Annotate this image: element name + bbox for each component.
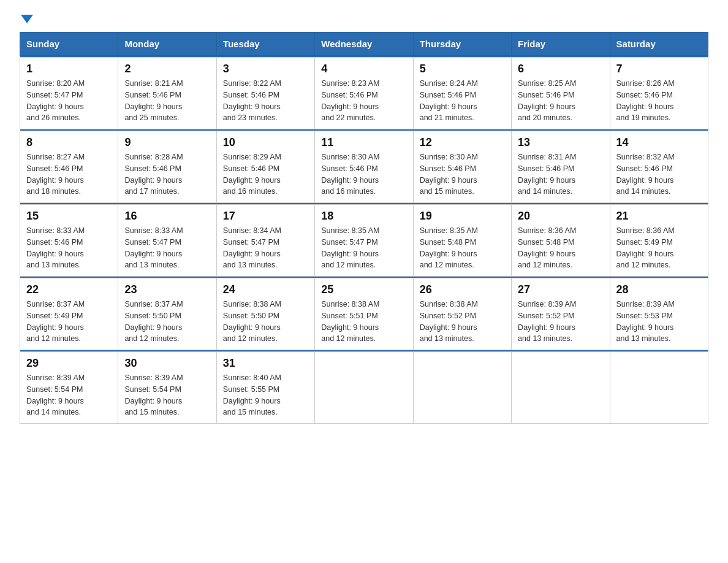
- weekday-header-saturday: Saturday: [610, 33, 708, 56]
- day-info: Sunrise: 8:36 AMSunset: 5:49 PMDaylight:…: [616, 226, 675, 269]
- calendar-cell: [413, 352, 511, 424]
- logo-text: [20, 15, 34, 23]
- calendar-cell: 9 Sunrise: 8:28 AMSunset: 5:46 PMDayligh…: [118, 131, 216, 203]
- day-number: 11: [321, 136, 406, 149]
- day-info: Sunrise: 8:30 AMSunset: 5:46 PMDaylight:…: [321, 153, 379, 196]
- calendar-cell: 3 Sunrise: 8:22 AMSunset: 5:46 PMDayligh…: [216, 58, 314, 129]
- day-info: Sunrise: 8:38 AMSunset: 5:50 PMDaylight:…: [223, 300, 281, 343]
- calendar-cell: 19 Sunrise: 8:35 AMSunset: 5:48 PMDaylig…: [413, 205, 511, 277]
- calendar-cell: 15 Sunrise: 8:33 AMSunset: 5:46 PMDaylig…: [20, 205, 118, 277]
- day-info: Sunrise: 8:24 AMSunset: 5:46 PMDaylight:…: [420, 79, 478, 122]
- calendar-cell: 24 Sunrise: 8:38 AMSunset: 5:50 PMDaylig…: [216, 278, 314, 350]
- day-number: 26: [420, 283, 505, 296]
- weekday-header-monday: Monday: [118, 33, 216, 56]
- day-info: Sunrise: 8:23 AMSunset: 5:46 PMDaylight:…: [321, 79, 379, 122]
- day-number: 27: [518, 283, 603, 296]
- day-info: Sunrise: 8:20 AMSunset: 5:47 PMDaylight:…: [26, 79, 85, 122]
- calendar-cell: [512, 352, 610, 424]
- calendar-cell: 17 Sunrise: 8:34 AMSunset: 5:47 PMDaylig…: [216, 205, 314, 277]
- calendar-cell: 8 Sunrise: 8:27 AMSunset: 5:46 PMDayligh…: [20, 131, 118, 203]
- calendar-week-row-1: 1 Sunrise: 8:20 AMSunset: 5:47 PMDayligh…: [20, 58, 708, 129]
- weekday-header-wednesday: Wednesday: [315, 33, 413, 56]
- day-number: 12: [420, 136, 505, 149]
- day-number: 25: [321, 283, 406, 296]
- day-info: Sunrise: 8:35 AMSunset: 5:48 PMDaylight:…: [420, 226, 478, 269]
- calendar-cell: 23 Sunrise: 8:37 AMSunset: 5:50 PMDaylig…: [118, 278, 216, 350]
- day-info: Sunrise: 8:39 AMSunset: 5:54 PMDaylight:…: [26, 373, 85, 416]
- day-info: Sunrise: 8:30 AMSunset: 5:46 PMDaylight:…: [420, 153, 478, 196]
- calendar-cell: 12 Sunrise: 8:30 AMSunset: 5:46 PMDaylig…: [413, 131, 511, 203]
- day-number: 19: [420, 210, 505, 223]
- calendar-cell: 5 Sunrise: 8:24 AMSunset: 5:46 PMDayligh…: [413, 58, 511, 129]
- day-number: 20: [518, 210, 603, 223]
- calendar-cell: 28 Sunrise: 8:39 AMSunset: 5:53 PMDaylig…: [610, 278, 708, 350]
- weekday-header-sunday: Sunday: [20, 33, 118, 56]
- day-number: 13: [518, 136, 603, 149]
- logo: [20, 15, 34, 22]
- day-number: 10: [223, 136, 308, 149]
- day-number: 22: [26, 283, 112, 296]
- day-info: Sunrise: 8:27 AMSunset: 5:46 PMDaylight:…: [26, 153, 85, 196]
- day-number: 9: [124, 136, 210, 149]
- day-number: 21: [616, 210, 702, 223]
- day-number: 24: [223, 283, 308, 296]
- day-number: 5: [420, 63, 505, 75]
- calendar-cell: 2 Sunrise: 8:21 AMSunset: 5:46 PMDayligh…: [118, 58, 216, 129]
- day-info: Sunrise: 8:39 AMSunset: 5:52 PMDaylight:…: [518, 300, 576, 343]
- day-number: 6: [518, 63, 603, 75]
- day-number: 16: [124, 210, 210, 223]
- calendar-cell: 26 Sunrise: 8:38 AMSunset: 5:52 PMDaylig…: [413, 278, 511, 350]
- day-info: Sunrise: 8:37 AMSunset: 5:50 PMDaylight:…: [124, 300, 183, 343]
- day-info: Sunrise: 8:21 AMSunset: 5:46 PMDaylight:…: [124, 79, 183, 122]
- day-number: 15: [26, 210, 112, 223]
- calendar-cell: [315, 352, 413, 424]
- calendar-cell: 25 Sunrise: 8:38 AMSunset: 5:51 PMDaylig…: [315, 278, 413, 350]
- weekday-header-thursday: Thursday: [413, 33, 511, 56]
- calendar-cell: 16 Sunrise: 8:33 AMSunset: 5:47 PMDaylig…: [118, 205, 216, 277]
- calendar-cell: 4 Sunrise: 8:23 AMSunset: 5:46 PMDayligh…: [315, 58, 413, 129]
- day-number: 29: [26, 357, 112, 370]
- calendar-cell: 1 Sunrise: 8:20 AMSunset: 5:47 PMDayligh…: [20, 58, 118, 129]
- logo-arrow-icon: [21, 15, 33, 23]
- day-number: 3: [223, 63, 308, 75]
- day-info: Sunrise: 8:31 AMSunset: 5:46 PMDaylight:…: [518, 153, 576, 196]
- day-info: Sunrise: 8:39 AMSunset: 5:53 PMDaylight:…: [616, 300, 675, 343]
- calendar-week-row-3: 15 Sunrise: 8:33 AMSunset: 5:46 PMDaylig…: [20, 205, 708, 277]
- calendar-cell: 6 Sunrise: 8:25 AMSunset: 5:46 PMDayligh…: [512, 58, 610, 129]
- calendar-cell: 11 Sunrise: 8:30 AMSunset: 5:46 PMDaylig…: [315, 131, 413, 203]
- weekday-header-tuesday: Tuesday: [216, 33, 314, 56]
- page-header: [20, 15, 708, 22]
- calendar-cell: 21 Sunrise: 8:36 AMSunset: 5:49 PMDaylig…: [610, 205, 708, 277]
- weekday-header-friday: Friday: [512, 33, 610, 56]
- day-info: Sunrise: 8:28 AMSunset: 5:46 PMDaylight:…: [124, 153, 183, 196]
- calendar-cell: 14 Sunrise: 8:32 AMSunset: 5:46 PMDaylig…: [610, 131, 708, 203]
- day-info: Sunrise: 8:38 AMSunset: 5:51 PMDaylight:…: [321, 300, 379, 343]
- day-number: 18: [321, 210, 406, 223]
- calendar-cell: 27 Sunrise: 8:39 AMSunset: 5:52 PMDaylig…: [512, 278, 610, 350]
- day-info: Sunrise: 8:26 AMSunset: 5:46 PMDaylight:…: [616, 79, 675, 122]
- day-number: 2: [124, 63, 210, 75]
- calendar-cell: 20 Sunrise: 8:36 AMSunset: 5:48 PMDaylig…: [512, 205, 610, 277]
- calendar-week-row-2: 8 Sunrise: 8:27 AMSunset: 5:46 PMDayligh…: [20, 131, 708, 203]
- day-number: 7: [616, 63, 702, 75]
- day-number: 14: [616, 136, 702, 149]
- calendar-cell: 29 Sunrise: 8:39 AMSunset: 5:54 PMDaylig…: [20, 352, 118, 424]
- day-info: Sunrise: 8:33 AMSunset: 5:46 PMDaylight:…: [26, 226, 85, 269]
- day-number: 23: [124, 283, 210, 296]
- calendar-cell: 31 Sunrise: 8:40 AMSunset: 5:55 PMDaylig…: [216, 352, 314, 424]
- day-info: Sunrise: 8:32 AMSunset: 5:46 PMDaylight:…: [616, 153, 675, 196]
- day-number: 31: [223, 357, 308, 370]
- weekday-header-row: SundayMondayTuesdayWednesdayThursdayFrid…: [20, 33, 708, 56]
- calendar-cell: [610, 352, 708, 424]
- calendar-cell: 10 Sunrise: 8:29 AMSunset: 5:46 PMDaylig…: [216, 131, 314, 203]
- day-number: 1: [26, 63, 112, 75]
- calendar-cell: 13 Sunrise: 8:31 AMSunset: 5:46 PMDaylig…: [512, 131, 610, 203]
- day-number: 8: [26, 136, 112, 149]
- calendar-cell: 30 Sunrise: 8:39 AMSunset: 5:54 PMDaylig…: [118, 352, 216, 424]
- day-info: Sunrise: 8:33 AMSunset: 5:47 PMDaylight:…: [124, 226, 183, 269]
- calendar-week-row-5: 29 Sunrise: 8:39 AMSunset: 5:54 PMDaylig…: [20, 352, 708, 424]
- calendar-cell: 7 Sunrise: 8:26 AMSunset: 5:46 PMDayligh…: [610, 58, 708, 129]
- day-info: Sunrise: 8:35 AMSunset: 5:47 PMDaylight:…: [321, 226, 379, 269]
- day-info: Sunrise: 8:22 AMSunset: 5:46 PMDaylight:…: [223, 79, 281, 122]
- day-number: 28: [616, 283, 702, 296]
